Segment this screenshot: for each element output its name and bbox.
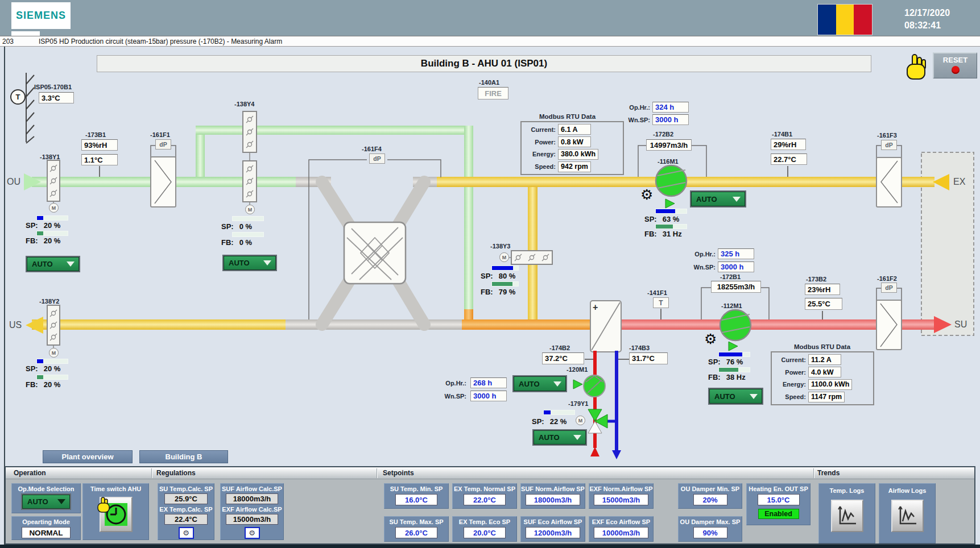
fan-ex-op-hours[interactable]: 324 h: [652, 102, 689, 113]
fan-ex-service-gear-icon[interactable]: ⚙: [640, 188, 653, 202]
fan-112M1-tag: -112M1: [721, 302, 742, 309]
outside-temp-tag: ISP05-170B1: [34, 84, 72, 90]
ex-temp-calc-value[interactable]: 22.4°C: [164, 514, 208, 525]
fan-ex-mode-dropdown[interactable]: AUTO: [691, 192, 745, 206]
setpoint-value[interactable]: 20.0°C: [464, 527, 506, 538]
damper-138Y1-sp-bar: [36, 215, 68, 221]
filter-161F3-tag: -161F3: [877, 132, 897, 139]
heat-exchanger-icon[interactable]: [344, 222, 406, 284]
hand-cursor-icon: [96, 496, 111, 514]
trend-chart-icon: [836, 504, 858, 528]
op-mode-dropdown[interactable]: AUTO: [22, 495, 70, 509]
motor-icon: M: [576, 416, 585, 425]
setpoint-value[interactable]: 10000m3/h: [594, 527, 648, 538]
filter-161F3-icon[interactable]: [876, 157, 902, 207]
setpoint-value[interactable]: 90%: [693, 527, 727, 538]
fan-su-service-gear-icon[interactable]: ⚙: [704, 332, 717, 346]
header-bar: SIEMENS 12/17/2020 08:32:41: [0, 0, 980, 36]
sensor-174B2-tag: -174B2: [549, 344, 570, 351]
setpoint-value[interactable]: 12000m3/h: [526, 527, 580, 538]
setpoint-value[interactable]: 20%: [693, 494, 727, 505]
setpoint-value[interactable]: 22.0°C: [464, 494, 506, 505]
temp-calc-gears-button[interactable]: ⚙: [179, 527, 194, 539]
filter-161F2-icon[interactable]: [876, 300, 902, 350]
fan-su-mode-dropdown[interactable]: AUTO: [709, 389, 762, 404]
window-edge: [0, 545, 980, 548]
fan-ex-warning-sp[interactable]: 3000 h: [652, 114, 689, 125]
su-temp-calc-value[interactable]: 25.9°C: [164, 493, 208, 504]
filter-161F1-icon[interactable]: [151, 157, 176, 207]
heating-enable-value[interactable]: 15.0°C: [758, 494, 800, 505]
damper-138Y4-fb-bar: [232, 232, 264, 237]
setpoint-tile: OU Damper Min. SP 20%: [678, 483, 742, 509]
pump-120M1-icon[interactable]: [584, 375, 605, 397]
damper-138Y4-icon[interactable]: [243, 111, 257, 205]
modbus-su-energy: 1100.0 kWh: [808, 379, 852, 390]
sensor-174B3-tag: -174B3: [629, 344, 650, 351]
duct-mixed-air: [462, 319, 590, 330]
outdoor-boundary-box: [921, 152, 974, 335]
setpoint-value[interactable]: 16.0°C: [395, 494, 437, 505]
group-setpoints: Setpoints: [383, 469, 414, 477]
damper-138Y3-icon[interactable]: [509, 251, 552, 264]
sensor-174B1-tag: -174B1: [772, 131, 792, 138]
damper-138Y4-fb: 0 %: [239, 238, 252, 247]
operating-mode-value: NORMAL: [22, 527, 71, 538]
dp-sensor-icon: dP: [881, 140, 897, 150]
damper-138Y4-mode-dropdown[interactable]: AUTO: [224, 256, 276, 270]
group-trends: Trends: [817, 469, 840, 477]
airflow-calc-tile: SUF Airflow Calc.SP 18000m3/h EXF Airflo…: [220, 483, 284, 540]
nav-plant-overview-button[interactable]: Plant overview: [43, 450, 133, 463]
fan-112M1-icon[interactable]: [720, 310, 751, 341]
airflow-logs-button[interactable]: [891, 500, 924, 532]
setpoint-tile: EX Temp. Normal SP 22.0°C: [452, 483, 517, 509]
alarm-line[interactable]: 203 ISP05 HD Production circuit (steam-1…: [0, 36, 980, 47]
airflow-calc-gears-button[interactable]: ⚙: [245, 527, 260, 539]
temp-logs-button[interactable]: [831, 500, 863, 532]
damper-138Y1-mode-dropdown[interactable]: AUTO: [27, 257, 79, 271]
sensor-174B1-temp: 22.7°C: [771, 153, 807, 165]
pump-run-icon: [573, 380, 582, 389]
damper-138Y4-sp-bar: [232, 216, 264, 221]
flow-172B1-tag: -172B1: [720, 273, 741, 280]
valve-mode-dropdown[interactable]: AUTO: [534, 430, 586, 445]
damper-138Y2-icon[interactable]: [47, 305, 60, 348]
ou-arrow-icon: [24, 173, 41, 190]
fan-su-warning-sp[interactable]: 3000 h: [718, 261, 754, 272]
suf-airflow-calc-value[interactable]: 18000m3/h: [226, 493, 278, 504]
valve-179Y1-icon[interactable]: [588, 409, 607, 433]
setpoint-value[interactable]: 15000m3/h: [594, 494, 648, 505]
modbus-ex-energy: 380.0 kWh: [558, 149, 598, 160]
duct-supply-air: [590, 319, 934, 330]
heating-pipes: [590, 351, 621, 459]
fan-su-op-hours[interactable]: 325 h: [718, 248, 754, 259]
fire-tag: -140A1: [479, 79, 499, 86]
dp-sensor-icon: dP: [155, 139, 171, 150]
exf-airflow-calc-value[interactable]: 15000m3/h: [226, 514, 278, 525]
flow-172B2-tag: -172B2: [653, 131, 673, 138]
pump-op-hours[interactable]: 268 h: [470, 377, 507, 388]
sensor-brackets: [100, 146, 902, 359]
reset-button[interactable]: RESET: [933, 52, 977, 78]
nav-building-b-button[interactable]: Building B: [139, 450, 228, 463]
fan-ex-sp: 63 %: [663, 215, 680, 223]
reset-indicator: [952, 66, 960, 74]
temp-sensor-icon: T: [653, 297, 669, 308]
setpoint-value[interactable]: 26.0°C: [395, 527, 437, 538]
damper-138Y3-sp: 80 %: [499, 272, 516, 280]
damper-138Y1-icon[interactable]: [47, 160, 60, 204]
filter-161F4-tag: -161F4: [362, 146, 382, 152]
damper-138Y4-tag: -138Y4: [234, 101, 254, 107]
pump-mode-dropdown[interactable]: AUTO: [514, 376, 566, 391]
valve-sp-bar: [543, 410, 575, 415]
flow-172B1-value: 18255m3/h: [711, 281, 761, 293]
setpoint-value[interactable]: 18000m3/h: [526, 494, 580, 505]
fan-116M1-icon[interactable]: [656, 165, 687, 196]
damper-138Y1-tag: -138Y1: [40, 153, 60, 160]
modbus-ex-title: Modbus RTU Data: [539, 113, 596, 120]
damper-138Y2-sp-bar: [36, 359, 68, 364]
modbus-su-current: 11.2 A: [808, 354, 841, 365]
fan-su-run-icon: [729, 342, 738, 351]
pump-warning-sp[interactable]: 3000 h: [470, 391, 507, 401]
fan-ex-sp-bar: [655, 209, 687, 214]
